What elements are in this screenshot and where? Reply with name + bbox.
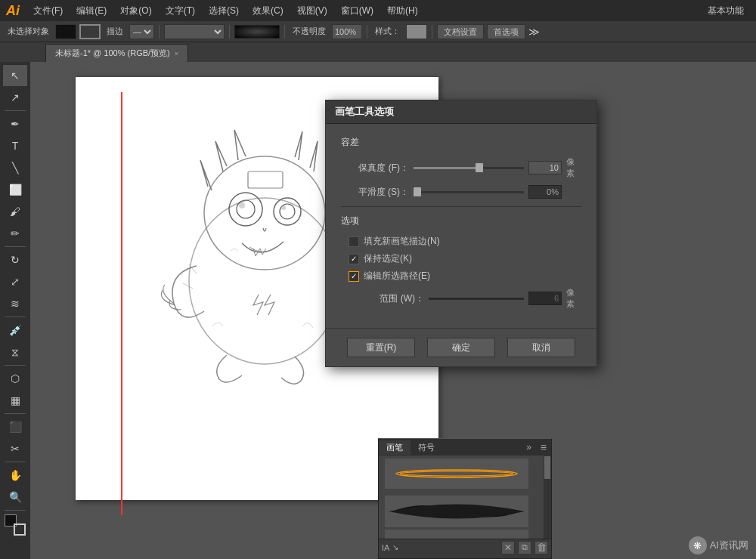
range-input — [528, 292, 562, 305]
tool-warp[interactable]: ≋ — [3, 293, 27, 314]
tool-rect[interactable]: ⬜ — [3, 179, 27, 200]
menu-window[interactable]: 窗口(W) — [335, 3, 380, 19]
red-margin-line — [121, 92, 122, 515]
options-section-title: 选项 — [341, 215, 581, 227]
option3-row: 编辑所选路径(E) — [341, 270, 581, 283]
tool-divider-2 — [5, 246, 26, 247]
menu-select[interactable]: 选择(S) — [203, 3, 245, 19]
menu-text[interactable]: 文字(T) — [160, 3, 201, 19]
tool-rotate[interactable]: ↻ — [3, 249, 27, 270]
brush-item-2[interactable] — [385, 496, 528, 530]
menu-edit[interactable]: 编辑(E) — [70, 3, 113, 19]
dialog-title: 画笔工具选项 — [326, 100, 596, 124]
option1-checkbox[interactable] — [349, 236, 359, 247]
brush-delete-icon[interactable]: ✕ — [501, 541, 515, 554]
tool-slice[interactable]: ✂ — [3, 438, 27, 459]
preferences-button[interactable]: 首选项 — [487, 24, 525, 39]
tool-line[interactable]: ╲ — [3, 157, 27, 178]
option3-checkbox[interactable] — [349, 271, 359, 282]
stroke-swatch[interactable] — [79, 24, 101, 39]
brush-tab-symbols[interactable]: 符号 — [411, 440, 442, 455]
tool-pen[interactable]: ✒ — [3, 113, 27, 134]
watermark-logo: ❋ — [689, 536, 707, 554]
menu-help[interactable]: 帮助(H) — [381, 3, 424, 19]
svg-point-3 — [237, 200, 255, 218]
toolbar: 未选择对象 描边 — 不透明度 样式： 文档设置 首选项 ≫ — [0, 21, 756, 42]
fill-stroke-indicator[interactable] — [5, 514, 26, 536]
tool-artboard[interactable]: ⬛ — [3, 416, 27, 437]
menu-object[interactable]: 对象(O) — [114, 3, 157, 19]
brush-panel-menu-icon[interactable]: ≡ — [536, 440, 551, 455]
option2-label: 保持选定(K) — [364, 252, 412, 265]
tab-close-icon[interactable]: × — [175, 50, 178, 57]
brush-new-icon[interactable]: 🗑 — [534, 541, 548, 554]
brush-item-1[interactable] — [385, 459, 528, 493]
menubar: Ai 文件(F) 编辑(E) 对象(O) 文字(T) 选择(S) 效果(C) 视… — [0, 0, 756, 21]
fidelity-input[interactable] — [528, 161, 562, 174]
fidelity-label: 保真度 (F)： — [341, 162, 409, 174]
tool-hand[interactable]: ✋ — [3, 465, 27, 486]
doc-settings-button[interactable]: 文档设置 — [437, 24, 484, 39]
svg-point-1 — [204, 156, 325, 270]
menu-view[interactable]: 视图(V) — [291, 3, 333, 19]
brush-scroll-thumb[interactable] — [544, 456, 550, 479]
svg-point-2 — [229, 193, 262, 226]
tool-type[interactable]: T — [3, 135, 27, 156]
stroke-select[interactable]: — — [129, 24, 154, 39]
menu-effect[interactable]: 效果(C) — [246, 3, 290, 19]
range-row: 范围 (W)： 像素 — [356, 287, 581, 310]
dialog-divider-1 — [341, 206, 581, 207]
brush-tab-brushes[interactable]: 画笔 — [379, 440, 411, 455]
smoothness-row: 平滑度 (S)： — [341, 185, 581, 199]
tool-eyedropper[interactable]: 💉 — [3, 320, 27, 341]
range-label: 范围 (W)： — [356, 292, 424, 305]
svg-rect-9 — [385, 459, 528, 489]
brush-arrow-icon: ↘ — [392, 543, 398, 551]
brush-scrollbar[interactable] — [544, 456, 551, 539]
option1-label: 填充新画笔描边(N) — [364, 235, 440, 248]
brush-ia-label: IA — [382, 543, 389, 552]
brush-copy-icon[interactable]: ⧉ — [518, 541, 531, 554]
svg-rect-13 — [385, 530, 528, 539]
tool-divider-6 — [5, 462, 26, 462]
range-slider — [429, 298, 524, 300]
menu-file[interactable]: 文件(F) — [27, 3, 69, 19]
tool-blend[interactable]: ⧖ — [3, 341, 27, 363]
tool-symbol[interactable]: ⬡ — [3, 368, 27, 389]
tabbar: 未标题-1* @ 100% (RGB/预览) × — [0, 42, 756, 62]
style-swatch[interactable] — [406, 24, 427, 39]
brush-panel-expand-icon[interactable]: » — [522, 440, 536, 454]
style-select[interactable] — [164, 24, 225, 39]
toolbox: ↖ ↗ ✒ T ╲ ⬜ 🖌 ✏ ↻ ⤢ ≋ 💉 ⧖ ⬡ ▦ ⬛ ✂ ✋ 🔍 — [0, 62, 30, 559]
fill-swatch[interactable] — [55, 24, 76, 39]
tool-pencil[interactable]: ✏ — [3, 223, 27, 244]
opacity-input[interactable] — [332, 24, 362, 39]
ok-button[interactable]: 确定 — [427, 338, 495, 357]
app-logo: Ai — [6, 3, 20, 19]
svg-point-0 — [189, 198, 340, 364]
cancel-button[interactable]: 取消 — [507, 338, 575, 357]
option3-label: 编辑所选路径(E) — [364, 270, 430, 283]
tool-zoom[interactable]: 🔍 — [3, 486, 27, 508]
separator-2 — [229, 25, 230, 39]
fidelity-row: 保真度 (F)： 像素 — [341, 156, 581, 179]
tool-scale[interactable]: ⤢ — [3, 271, 27, 292]
reset-button[interactable]: 重置(R) — [347, 338, 415, 357]
document-tab[interactable]: 未标题-1* @ 100% (RGB/预览) × — [45, 44, 188, 62]
tool-select[interactable]: ↖ — [3, 65, 27, 86]
smoothness-slider[interactable] — [414, 191, 524, 193]
fidelity-slider[interactable] — [414, 167, 524, 169]
smoothness-label: 平滑度 (S)： — [341, 186, 409, 199]
range-unit: 像素 — [566, 287, 581, 310]
smoothness-input[interactable] — [528, 185, 562, 199]
opacity-label: 不透明度 — [290, 24, 329, 39]
toolbar-more-icon[interactable]: ≫ — [528, 26, 544, 38]
tool-paintbrush[interactable]: 🖌 — [3, 201, 27, 222]
brush-panel-tabs: 画笔 符号 » ≡ — [379, 439, 551, 456]
brush-item-3[interactable] — [385, 530, 528, 539]
workspace-label: 基本功能 — [708, 5, 750, 17]
tool-direct-select[interactable]: ↗ — [3, 87, 27, 108]
svg-point-7 — [281, 205, 286, 210]
option2-checkbox[interactable] — [349, 254, 359, 264]
tool-column[interactable]: ▦ — [3, 390, 27, 411]
